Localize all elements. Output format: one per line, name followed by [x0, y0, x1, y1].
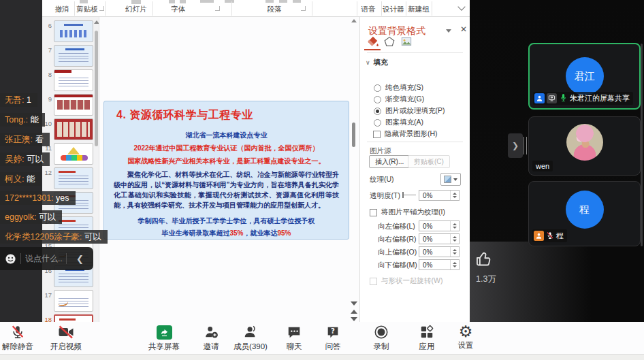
slide-subtitle-3: 国家战略性新兴产业相关本科专业，是新工科重点建设专业之一。: [111, 157, 342, 166]
avatar-photo: [566, 124, 603, 161]
slide-thumb-10[interactable]: 10: [42, 118, 99, 143]
slide-footer-2: 毕业生考研录取率超过35%，就业率达95%: [111, 229, 342, 238]
tab-shape-pentagon-icon[interactable]: [381, 33, 398, 50]
panel-collapse-icon[interactable]: ❯: [508, 133, 523, 158]
offset-down-label: 向下偏移(M): [378, 261, 417, 270]
chat-message: Tong.: 能: [0, 113, 45, 127]
radio-solid-fill[interactable]: 纯色填充(S): [374, 83, 423, 93]
share-screen-icon: [139, 325, 189, 340]
panel-menu-icon[interactable]: [446, 29, 451, 33]
ribbon-group-voice[interactable]: 语音: [361, 5, 376, 14]
texture-dropdown[interactable]: [440, 173, 461, 186]
member-icon: [534, 231, 544, 241]
like-widget[interactable]: 1.3万: [474, 250, 515, 285]
qa-icon: ?: [308, 325, 358, 340]
slide-subtitle-2: 2022年通过中国工程教育专业认证（国内首批，全国仅两所）: [111, 144, 342, 153]
transparency-spinner[interactable]: 0%: [419, 190, 460, 201]
share-screen-button[interactable]: 共享屏幕: [139, 325, 189, 352]
transparency-slider[interactable]: [404, 195, 416, 195]
checkbox-hide-background[interactable]: 隐藏背景图形(H): [373, 129, 438, 139]
clipboard-dialog-launcher-icon[interactable]: [99, 6, 104, 11]
font-dialog-launcher-icon[interactable]: [215, 6, 220, 11]
tab-picture-icon[interactable]: [398, 33, 415, 50]
thumbnail-scroll-up-icon[interactable]: [94, 20, 99, 24]
participant-label: 朱君江的屏幕共享: [533, 92, 633, 105]
thumbnail-scrollbar[interactable]: [95, 31, 98, 146]
slide-edit-area[interactable]: 4. 资源循环科学与工程专业 湖北省一流本科建设点专业 2022年通过中国工程教…: [99, 17, 359, 322]
slide-thumb-8[interactable]: 8: [42, 69, 99, 94]
avatar: 程: [566, 191, 604, 229]
transparency-label: 透明度(T): [370, 191, 400, 201]
ribbon-group-clipboard[interactable]: 剪贴板: [76, 5, 98, 14]
participant-scrollbar[interactable]: [641, 44, 643, 246]
participant-label: wen: [532, 161, 553, 171]
radio-picture-texture-fill[interactable]: 图片或纹理填充(P): [374, 106, 445, 116]
scroll-down-icon[interactable]: [351, 301, 357, 306]
members-button[interactable]: 成员(390): [225, 325, 276, 352]
ribbon-group-undo[interactable]: 撤消: [55, 5, 69, 14]
collapse-ribbon-icon[interactable]: [457, 3, 465, 10]
slide-thumb-9[interactable]: 9: [42, 94, 99, 118]
offset-left-spinner[interactable]: 0%: [419, 220, 460, 231]
paragraph-dialog-launcher-icon[interactable]: [301, 6, 306, 11]
slide-thumb-17[interactable]: 17: [42, 290, 99, 314]
avatar: 君江: [566, 57, 604, 95]
radio-gradient-fill[interactable]: 渐变填充(G): [374, 95, 424, 104]
chat-collapse-icon[interactable]: ❮: [67, 254, 93, 264]
ribbon-group-paragraph[interactable]: 段落: [268, 5, 282, 14]
slide-thumb-18[interactable]: 18: [42, 314, 99, 322]
settings-icon: ⚙: [440, 323, 491, 338]
participant-tile-wen[interactable]: wen: [528, 116, 641, 176]
thumbs-up-icon[interactable]: [474, 259, 493, 270]
start-video-button[interactable]: 开启视频: [41, 325, 91, 352]
chat-message: eggyolk: 可以: [0, 210, 62, 224]
chat-input[interactable]: [21, 254, 66, 263]
participant-tile-junjiang[interactable]: 君江 朱君江的屏幕共享: [528, 43, 641, 110]
slide-subtitle-1: 湖北省一流本科建设点专业: [111, 131, 342, 140]
slide-scroll-up-icon[interactable]: [351, 19, 357, 22]
picture-source-label: 图片源: [370, 146, 391, 156]
settings-button[interactable]: ⚙ 设置: [440, 323, 491, 350]
ribbon-group-newgroup[interactable]: 新建组: [408, 5, 430, 14]
next-slide-icon[interactable]: [351, 317, 357, 321]
panel-close-icon[interactable]: ✕: [460, 24, 467, 34]
previous-slide-icon[interactable]: [351, 310, 357, 314]
ribbon-group-slides[interactable]: 幻灯片: [125, 5, 147, 14]
format-background-panel: 设置背景格式 ✕ ∨填充 纯色填充(S) 渐变填充(G) 图片或纹理填充(P) …: [359, 17, 470, 322]
participant-panel: 君江 朱君江的屏幕共享 wen 程 程: [528, 0, 644, 322]
ribbon-group-font[interactable]: 字体: [172, 5, 186, 14]
host-icon: [534, 93, 545, 103]
screen-share-icon: [547, 93, 557, 103]
checkbox-rotate-with-shape[interactable]: 与形状一起旋转(W): [370, 276, 442, 286]
mic-muted-icon: [546, 231, 554, 241]
svg-text:?: ?: [331, 327, 335, 335]
slide-thumb-12[interactable]: 12: [42, 167, 99, 192]
offset-right-label: 向右偏移(R): [378, 235, 417, 244]
checkbox-tile-picture[interactable]: 将图片平铺为纹理(I): [370, 208, 445, 217]
insert-picture-button[interactable]: 插入(R)...: [369, 155, 410, 168]
unmute-button[interactable]: 解除静音: [0, 325, 43, 352]
texture-label: 纹理(U): [370, 175, 394, 184]
radio-pattern-fill[interactable]: 图案填充(A): [374, 118, 423, 127]
panel-drag-handle[interactable]: [524, 137, 527, 154]
slide-scrollbar[interactable]: [352, 122, 355, 147]
slide-thumb-11[interactable]: 11: [42, 143, 99, 167]
offset-down-spinner[interactable]: 0%: [419, 259, 460, 270]
tab-fill-bucket-icon[interactable]: [364, 33, 381, 50]
ppt-ribbon: 撤消 剪贴板 幻灯片 字体 段落 语音 设计器 新建组: [42, 0, 470, 17]
record-button[interactable]: 录制: [356, 325, 406, 352]
meeting-window: 撤消 剪贴板 幻灯片 字体 段落 语音 设计器 新建组 6 7 8 9 10 1…: [0, 0, 644, 360]
clipboard-button[interactable]: 剪贴板(C): [408, 155, 450, 168]
participant-tile-cheng[interactable]: 程 程: [528, 181, 641, 246]
slide-thumbnail-panel: 6 7 8 9 10 11 12 13 14 15 16 17 18: [42, 17, 99, 322]
offset-right-spinner[interactable]: 0%: [419, 233, 460, 244]
offset-up-spinner[interactable]: 0%: [419, 246, 460, 257]
ribbon-group-designer[interactable]: 设计器: [383, 5, 404, 14]
slide-content-box[interactable]: 4. 资源循环科学与工程专业 湖北省一流本科建设点专业 2022年通过中国工程教…: [103, 101, 349, 240]
slide-thumb-6[interactable]: 6: [42, 20, 99, 45]
chat-message: 张正澳: 看: [0, 133, 50, 146]
qa-button[interactable]: ? 问答: [308, 325, 358, 352]
slide-thumb-7[interactable]: 7: [42, 45, 99, 69]
fill-section-header[interactable]: ∨填充: [366, 58, 388, 67]
emoji-icon[interactable]: [0, 253, 20, 265]
